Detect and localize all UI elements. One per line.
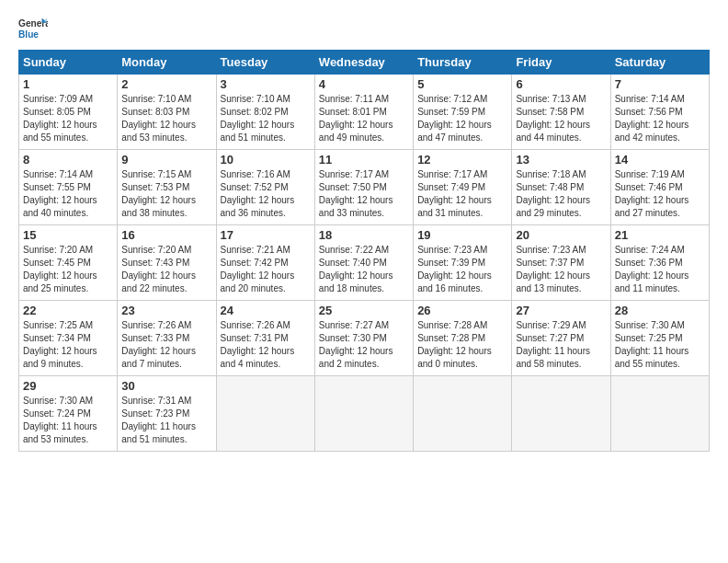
day-number: 16 bbox=[121, 228, 211, 242]
day-cell: 27Sunrise: 7:29 AM Sunset: 7:27 PM Dayli… bbox=[512, 301, 610, 376]
day-info: Sunrise: 7:28 AM Sunset: 7:28 PM Dayligh… bbox=[417, 319, 507, 371]
day-info: Sunrise: 7:21 AM Sunset: 7:42 PM Dayligh… bbox=[221, 244, 311, 295]
header-cell-monday: Monday bbox=[118, 51, 216, 75]
header-cell-thursday: Thursday bbox=[414, 51, 512, 75]
day-info: Sunrise: 7:23 AM Sunset: 7:39 PM Dayligh… bbox=[417, 244, 507, 295]
day-cell: 9Sunrise: 7:15 AM Sunset: 7:53 PM Daylig… bbox=[118, 150, 216, 225]
day-cell bbox=[314, 376, 413, 452]
day-number: 22 bbox=[23, 304, 113, 317]
day-cell: 3Sunrise: 7:10 AM Sunset: 8:02 PM Daylig… bbox=[216, 75, 314, 150]
day-info: Sunrise: 7:09 AM Sunset: 8:05 PM Dayligh… bbox=[23, 93, 113, 144]
day-cell: 25Sunrise: 7:27 AM Sunset: 7:30 PM Dayli… bbox=[314, 301, 413, 376]
header-cell-sunday: Sunday bbox=[19, 51, 118, 75]
week-row-2: 8Sunrise: 7:14 AM Sunset: 7:55 PM Daylig… bbox=[19, 150, 710, 225]
day-number: 12 bbox=[417, 153, 507, 167]
day-number: 3 bbox=[221, 77, 311, 91]
day-number: 19 bbox=[417, 228, 507, 242]
day-cell: 11Sunrise: 7:17 AM Sunset: 7:50 PM Dayli… bbox=[314, 150, 413, 225]
day-cell: 7Sunrise: 7:14 AM Sunset: 7:56 PM Daylig… bbox=[610, 75, 709, 150]
day-cell: 23Sunrise: 7:26 AM Sunset: 7:33 PM Dayli… bbox=[118, 301, 216, 376]
day-cell: 16Sunrise: 7:20 AM Sunset: 7:43 PM Dayli… bbox=[118, 225, 216, 301]
logo-svg: General Blue bbox=[18, 15, 48, 44]
day-cell: 28Sunrise: 7:30 AM Sunset: 7:25 PM Dayli… bbox=[610, 301, 709, 376]
header-cell-wednesday: Wednesday bbox=[314, 51, 413, 75]
day-info: Sunrise: 7:16 AM Sunset: 7:52 PM Dayligh… bbox=[221, 168, 311, 220]
day-cell: 13Sunrise: 7:18 AM Sunset: 7:48 PM Dayli… bbox=[512, 150, 610, 225]
day-info: Sunrise: 7:22 AM Sunset: 7:40 PM Dayligh… bbox=[319, 244, 409, 295]
day-number: 29 bbox=[23, 379, 113, 393]
day-number: 7 bbox=[615, 77, 705, 91]
day-number: 26 bbox=[417, 304, 507, 317]
day-number: 20 bbox=[516, 228, 606, 242]
day-cell: 8Sunrise: 7:14 AM Sunset: 7:55 PM Daylig… bbox=[19, 150, 118, 225]
day-cell: 26Sunrise: 7:28 AM Sunset: 7:28 PM Dayli… bbox=[414, 301, 512, 376]
day-number: 14 bbox=[615, 153, 705, 167]
day-cell: 1Sunrise: 7:09 AM Sunset: 8:05 PM Daylig… bbox=[19, 75, 118, 150]
day-number: 30 bbox=[121, 379, 211, 393]
day-info: Sunrise: 7:29 AM Sunset: 7:27 PM Dayligh… bbox=[516, 319, 606, 371]
header-cell-friday: Friday bbox=[512, 51, 610, 75]
day-info: Sunrise: 7:15 AM Sunset: 7:53 PM Dayligh… bbox=[121, 168, 211, 220]
day-number: 18 bbox=[319, 228, 409, 242]
week-row-4: 22Sunrise: 7:25 AM Sunset: 7:34 PM Dayli… bbox=[19, 301, 710, 376]
day-cell bbox=[216, 376, 314, 452]
day-cell: 15Sunrise: 7:20 AM Sunset: 7:45 PM Dayli… bbox=[19, 225, 118, 301]
day-cell: 18Sunrise: 7:22 AM Sunset: 7:40 PM Dayli… bbox=[314, 225, 413, 301]
day-number: 8 bbox=[23, 153, 113, 167]
day-cell: 22Sunrise: 7:25 AM Sunset: 7:34 PM Dayli… bbox=[19, 301, 118, 376]
day-cell: 19Sunrise: 7:23 AM Sunset: 7:39 PM Dayli… bbox=[414, 225, 512, 301]
logo: General Blue bbox=[18, 15, 48, 44]
day-number: 24 bbox=[221, 304, 311, 317]
day-info: Sunrise: 7:17 AM Sunset: 7:50 PM Dayligh… bbox=[319, 168, 409, 220]
header-cell-saturday: Saturday bbox=[610, 51, 709, 75]
svg-text:Blue: Blue bbox=[18, 29, 39, 40]
week-row-1: 1Sunrise: 7:09 AM Sunset: 8:05 PM Daylig… bbox=[19, 75, 710, 150]
day-cell: 29Sunrise: 7:30 AM Sunset: 7:24 PM Dayli… bbox=[19, 376, 118, 452]
day-info: Sunrise: 7:10 AM Sunset: 8:02 PM Dayligh… bbox=[221, 93, 311, 144]
day-info: Sunrise: 7:17 AM Sunset: 7:49 PM Dayligh… bbox=[417, 168, 507, 220]
day-number: 27 bbox=[516, 304, 606, 317]
day-cell: 30Sunrise: 7:31 AM Sunset: 7:23 PM Dayli… bbox=[118, 376, 216, 452]
day-cell: 6Sunrise: 7:13 AM Sunset: 7:58 PM Daylig… bbox=[512, 75, 610, 150]
day-cell bbox=[610, 376, 709, 452]
day-cell: 21Sunrise: 7:24 AM Sunset: 7:36 PM Dayli… bbox=[610, 225, 709, 301]
day-cell: 5Sunrise: 7:12 AM Sunset: 7:59 PM Daylig… bbox=[414, 75, 512, 150]
day-cell: 2Sunrise: 7:10 AM Sunset: 8:03 PM Daylig… bbox=[118, 75, 216, 150]
calendar-container: General Blue SundayMondayTuesdayWednesda… bbox=[0, 0, 728, 461]
day-info: Sunrise: 7:26 AM Sunset: 7:33 PM Dayligh… bbox=[121, 319, 211, 371]
day-number: 2 bbox=[121, 77, 211, 91]
day-number: 9 bbox=[121, 153, 211, 167]
day-cell: 4Sunrise: 7:11 AM Sunset: 8:01 PM Daylig… bbox=[314, 75, 413, 150]
day-cell: 17Sunrise: 7:21 AM Sunset: 7:42 PM Dayli… bbox=[216, 225, 314, 301]
day-info: Sunrise: 7:20 AM Sunset: 7:43 PM Dayligh… bbox=[121, 244, 211, 295]
day-info: Sunrise: 7:12 AM Sunset: 7:59 PM Dayligh… bbox=[417, 93, 507, 144]
day-info: Sunrise: 7:13 AM Sunset: 7:58 PM Dayligh… bbox=[516, 93, 606, 144]
week-row-5: 29Sunrise: 7:30 AM Sunset: 7:24 PM Dayli… bbox=[19, 376, 710, 452]
day-number: 1 bbox=[23, 77, 113, 91]
day-number: 25 bbox=[319, 304, 409, 317]
header-cell-tuesday: Tuesday bbox=[216, 51, 314, 75]
week-row-3: 15Sunrise: 7:20 AM Sunset: 7:45 PM Dayli… bbox=[19, 225, 710, 301]
header-row: SundayMondayTuesdayWednesdayThursdayFrid… bbox=[19, 51, 710, 75]
day-number: 21 bbox=[615, 228, 705, 242]
day-cell: 10Sunrise: 7:16 AM Sunset: 7:52 PM Dayli… bbox=[216, 150, 314, 225]
day-cell: 20Sunrise: 7:23 AM Sunset: 7:37 PM Dayli… bbox=[512, 225, 610, 301]
day-info: Sunrise: 7:19 AM Sunset: 7:46 PM Dayligh… bbox=[615, 168, 705, 220]
day-info: Sunrise: 7:11 AM Sunset: 8:01 PM Dayligh… bbox=[319, 93, 409, 144]
day-info: Sunrise: 7:14 AM Sunset: 7:56 PM Dayligh… bbox=[615, 93, 705, 144]
day-info: Sunrise: 7:20 AM Sunset: 7:45 PM Dayligh… bbox=[23, 244, 113, 295]
day-cell: 14Sunrise: 7:19 AM Sunset: 7:46 PM Dayli… bbox=[610, 150, 709, 225]
day-info: Sunrise: 7:30 AM Sunset: 7:25 PM Dayligh… bbox=[615, 319, 705, 371]
day-number: 6 bbox=[516, 77, 606, 91]
day-number: 13 bbox=[516, 153, 606, 167]
day-info: Sunrise: 7:26 AM Sunset: 7:31 PM Dayligh… bbox=[221, 319, 311, 371]
day-number: 4 bbox=[319, 77, 409, 91]
day-cell bbox=[512, 376, 610, 452]
day-number: 15 bbox=[23, 228, 113, 242]
day-info: Sunrise: 7:24 AM Sunset: 7:36 PM Dayligh… bbox=[615, 244, 705, 295]
day-cell: 24Sunrise: 7:26 AM Sunset: 7:31 PM Dayli… bbox=[216, 301, 314, 376]
header-area: General Blue bbox=[18, 15, 710, 44]
day-info: Sunrise: 7:25 AM Sunset: 7:34 PM Dayligh… bbox=[23, 319, 113, 371]
day-info: Sunrise: 7:30 AM Sunset: 7:24 PM Dayligh… bbox=[23, 395, 113, 446]
day-cell bbox=[414, 376, 512, 452]
